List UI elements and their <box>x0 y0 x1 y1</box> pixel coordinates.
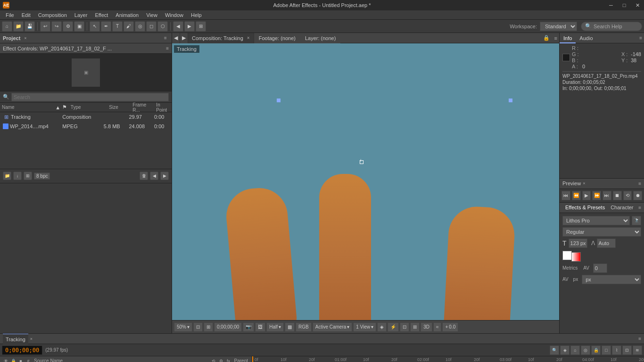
layer-tab[interactable]: Layer: (none) <box>300 33 340 43</box>
new-comp-btn[interactable]: ⊞ <box>24 172 32 180</box>
import-btn[interactable]: ↓ <box>13 172 22 180</box>
time-code[interactable]: 0;00;00;00 <box>214 322 242 332</box>
info-panel-menu[interactable]: ≡ <box>639 35 644 41</box>
timeline-tab-tracking[interactable]: Tracking <box>3 334 28 344</box>
comp-options-btn[interactable]: ⊞ <box>410 322 420 332</box>
view-count-dropdown[interactable]: 1 View ▾ <box>353 322 376 332</box>
zoom-dropdown-icon[interactable]: ▾ <box>187 324 190 329</box>
toolbar-text[interactable]: T <box>112 21 123 32</box>
menu-view[interactable]: View <box>142 10 161 20</box>
menu-composition[interactable]: Composition <box>34 10 71 20</box>
toolbar-undo[interactable]: ↩ <box>40 21 50 32</box>
workspace-dropdown[interactable]: Standard <box>540 22 577 31</box>
project-row-footage[interactable]: WP_2014....mp4 MPEG 5.8 MB 24.008 0:00 <box>0 122 172 131</box>
effect-panel-menu[interactable]: ≡ <box>166 46 169 51</box>
unit-select[interactable]: px <box>582 275 641 284</box>
preview-stop[interactable]: ⏹ <box>613 191 622 200</box>
toolbar-open[interactable]: 📁 <box>13 21 24 32</box>
tab-audio[interactable]: Audio <box>576 33 596 43</box>
viewer-menu[interactable]: ≡ <box>553 35 559 41</box>
scroll-left[interactable]: ◀ <box>150 172 158 180</box>
tab-character[interactable]: Character <box>608 202 636 213</box>
render-btn[interactable]: ◈ <box>377 322 387 332</box>
menu-help[interactable]: Help <box>187 10 206 20</box>
3d-renderer-btn[interactable]: 3D <box>421 322 432 332</box>
transparency-btn[interactable]: ▩ <box>285 322 295 332</box>
toolbar-settings[interactable]: ⚙ <box>63 21 73 32</box>
preview-tab-close[interactable]: × <box>583 181 585 186</box>
toolbar-select[interactable]: ↖ <box>90 21 100 32</box>
timeline-menu[interactable]: ≡ <box>638 336 641 341</box>
preview-forward[interactable]: ⏩ <box>592 191 601 200</box>
font-name-select[interactable]: Lithos Pro <box>562 216 630 225</box>
safe-zones-btn[interactable]: ⊞ <box>204 322 213 332</box>
comp-tab-close[interactable]: × <box>247 35 250 41</box>
quality-dropdown[interactable]: Half ▾ <box>266 322 284 332</box>
timeline-tab-close[interactable]: × <box>30 337 33 341</box>
channel-display[interactable]: RGB <box>296 322 312 332</box>
viewer-lock-icon[interactable]: 🔒 <box>540 35 553 41</box>
toolbar-redo[interactable]: ↪ <box>51 21 62 32</box>
toolbar-home[interactable]: ⌂ <box>2 21 12 32</box>
menu-window[interactable]: Window <box>161 10 187 20</box>
tl-blank[interactable]: □ <box>602 346 611 355</box>
scroll-right[interactable]: ▶ <box>160 172 169 180</box>
toolbar-paint[interactable]: 🖌 <box>124 21 134 32</box>
comp-tab-left-arrow[interactable]: ◀ <box>172 33 180 43</box>
menu-layer[interactable]: Layer <box>71 10 91 20</box>
leading-input[interactable] <box>597 239 616 248</box>
toolbar-save[interactable]: 💾 <box>25 21 35 32</box>
tl-search-icon[interactable]: 🔍 <box>550 346 559 355</box>
time-ruler[interactable]: 0f 10f 20f 01:00f 10f 20f 02:00f 10f 20f… <box>252 356 644 362</box>
new-folder-btn[interactable]: 📁 <box>3 172 11 180</box>
menu-edit[interactable]: Edit <box>18 10 34 20</box>
tab-info[interactable]: Info <box>560 33 576 43</box>
eyedropper-icon[interactable]: 🔭 <box>632 216 641 225</box>
preview-last-frame[interactable]: ⏭ <box>603 191 611 200</box>
minimize-button[interactable]: ─ <box>604 0 618 10</box>
project-row-tracking[interactable]: ⊞ Tracking Composition 29.97 0:00 <box>0 112 172 122</box>
motion-blur-btn[interactable]: ≈ <box>433 322 442 332</box>
toolbar-stamp[interactable]: ◎ <box>135 21 145 32</box>
font-style-select[interactable]: Regular <box>562 227 641 237</box>
comp-tab-right-arrow[interactable]: ▶ <box>180 33 188 43</box>
tl-solo[interactable]: ◎ <box>581 346 590 355</box>
toolbar-nav-fwd[interactable]: ▶ <box>184 21 195 32</box>
stroke-color-box[interactable] <box>571 252 581 262</box>
toolbar-pen[interactable]: ✒ <box>101 21 111 32</box>
fast-preview-btn[interactable]: ⚡ <box>388 322 399 332</box>
tl-cache[interactable]: ≋ <box>633 346 642 355</box>
close-button[interactable]: ✕ <box>631 0 644 10</box>
tl-lock[interactable]: 🔒 <box>591 346 601 355</box>
preview-menu[interactable]: ≡ <box>638 181 641 186</box>
tl-render-queue[interactable]: ⊡ <box>622 346 632 355</box>
toolbar-snap[interactable]: ⊞ <box>196 21 206 32</box>
menu-animation[interactable]: Animation <box>112 10 142 20</box>
tab-effects-presets[interactable]: Effects & Presets <box>562 202 608 213</box>
tl-add-marker[interactable]: ◈ <box>560 346 570 355</box>
preview-first-frame[interactable]: ⏮ <box>561 191 570 200</box>
fill-color-box[interactable] <box>562 251 572 260</box>
effects-panel-menu[interactable]: ≡ <box>638 205 641 210</box>
comp-tab-tracking[interactable]: Composition: Tracking × <box>188 33 254 43</box>
fit-btn[interactable]: ⊡ <box>193 322 203 332</box>
footage-tab[interactable]: Footage: (none) <box>254 33 300 43</box>
tl-graph-editor[interactable]: ⌇ <box>612 346 621 355</box>
show-snapshot-btn[interactable]: 🖼 <box>255 322 265 332</box>
toolbar-render[interactable]: ▣ <box>74 21 84 32</box>
maximize-button[interactable]: □ <box>618 0 631 10</box>
col-header-sort[interactable]: ▲ <box>55 105 62 110</box>
timeline-time-display[interactable]: 0;00;00;00 <box>2 346 42 355</box>
delete-btn[interactable]: 🗑 <box>140 172 148 180</box>
panel-menu-icon[interactable]: ≡ <box>162 35 169 41</box>
snapshot-btn[interactable]: 📷 <box>243 322 254 332</box>
active-camera-dropdown[interactable]: Active Camera ▾ <box>313 322 353 332</box>
timeline-sync-btn[interactable]: ⊡ <box>400 322 409 332</box>
menu-file[interactable]: File <box>2 10 18 20</box>
toolbar-nav-back[interactable]: ◀ <box>173 21 183 32</box>
tracking-value[interactable] <box>593 263 607 273</box>
tl-shy-layers[interactable]: ⌂ <box>570 346 580 355</box>
project-search-input[interactable] <box>11 93 169 101</box>
preview-record[interactable]: ⏺ <box>633 191 642 200</box>
toolbar-eraser[interactable]: ◻ <box>146 21 157 32</box>
